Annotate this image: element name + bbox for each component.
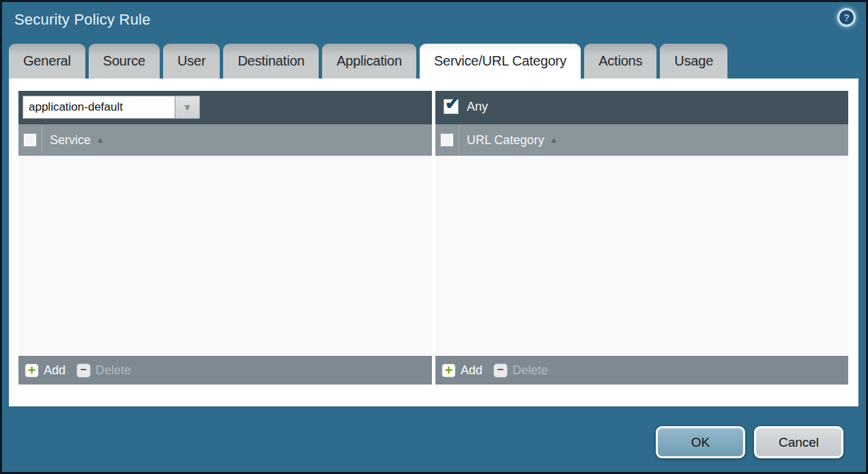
url-category-column-label: URL Category (467, 133, 544, 148)
delete-icon[interactable]: − (76, 363, 91, 378)
add-icon[interactable]: + (25, 363, 39, 378)
ok-button[interactable]: OK (656, 426, 745, 458)
tab-bar: General Source User Destination Applicat… (9, 44, 727, 79)
any-checkbox[interactable]: ✔ (444, 99, 459, 114)
service-column-label: Service (50, 133, 91, 148)
url-category-panel-footer: + Add − Delete (435, 356, 848, 385)
url-category-delete-button[interactable]: Delete (512, 363, 548, 378)
chevron-down-icon: ▼ (183, 102, 192, 113)
tab-application[interactable]: Application (322, 44, 416, 79)
service-column-header[interactable]: Service ▲ (18, 124, 432, 156)
url-category-column-header[interactable]: URL Category ▲ (435, 124, 848, 156)
service-panel-header: application-default ▼ (18, 91, 432, 124)
service-delete-button[interactable]: Delete (96, 363, 131, 378)
column-divider (459, 126, 459, 154)
service-add-button[interactable]: Add (44, 363, 66, 378)
delete-icon[interactable]: − (493, 363, 508, 378)
url-category-add-button[interactable]: Add (461, 363, 482, 378)
security-policy-rule-dialog: Security Policy Rule ? General Source Us… (0, 0, 868, 474)
service-select-all-checkbox[interactable] (23, 133, 37, 147)
tab-user[interactable]: User (163, 44, 220, 79)
url-category-table-body (435, 156, 848, 356)
help-icon[interactable]: ? (837, 8, 856, 27)
tab-actions[interactable]: Actions (584, 44, 656, 79)
dialog-title: Security Policy Rule (14, 11, 151, 29)
service-panel-footer: + Add − Delete (18, 356, 432, 385)
sort-asc-icon: ▲ (96, 135, 104, 145)
service-type-dropdown-button[interactable]: ▼ (175, 96, 200, 119)
cancel-button[interactable]: Cancel (754, 426, 843, 458)
tab-source[interactable]: Source (89, 44, 160, 79)
url-category-panel-header: ✔ Any (435, 91, 848, 124)
tab-service-url-category[interactable]: Service/URL Category (420, 44, 581, 79)
service-table-body (18, 156, 432, 356)
tab-usage[interactable]: Usage (660, 44, 727, 79)
checkmark-icon: ✔ (445, 94, 459, 113)
service-type-dropdown-value[interactable]: application-default (23, 96, 175, 119)
url-category-panel: ✔ Any URL Category ▲ + Add − Delete (435, 91, 848, 385)
tab-general[interactable]: General (9, 44, 85, 79)
service-type-dropdown: application-default ▼ (23, 96, 200, 119)
service-panel: application-default ▼ Service ▲ + Add (18, 91, 432, 385)
tab-content-area: application-default ▼ Service ▲ + Add (9, 79, 858, 406)
add-icon[interactable]: + (442, 363, 456, 378)
any-checkbox-label: Any (467, 100, 488, 114)
tab-destination[interactable]: Destination (223, 44, 319, 79)
column-divider (42, 126, 42, 154)
sort-asc-icon: ▲ (549, 135, 558, 145)
url-category-select-all-checkbox[interactable] (440, 133, 454, 147)
